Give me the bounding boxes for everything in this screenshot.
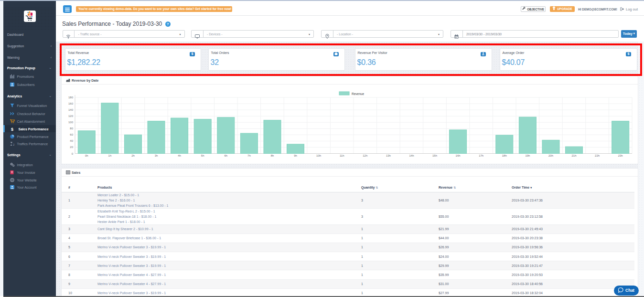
svg-text:16h: 16h xyxy=(456,154,461,157)
svg-text:6h: 6h xyxy=(224,154,227,157)
svg-text:120: 120 xyxy=(68,115,74,117)
svg-text:23h: 23h xyxy=(618,154,623,157)
svg-text:1h: 1h xyxy=(108,154,112,157)
svg-text:19h: 19h xyxy=(525,154,530,157)
svg-text:20h: 20h xyxy=(548,154,553,157)
svg-text:4h: 4h xyxy=(178,154,181,157)
svg-text:11h: 11h xyxy=(340,154,344,157)
svg-text:20: 20 xyxy=(70,146,73,148)
svg-text:160: 160 xyxy=(68,102,74,105)
svg-text:140: 140 xyxy=(68,108,74,111)
svg-text:2: 2 xyxy=(13,143,15,146)
svg-text:8h: 8h xyxy=(271,154,274,157)
svg-text:21h: 21h xyxy=(571,154,576,157)
svg-text:10h: 10h xyxy=(316,154,321,157)
svg-text:5h: 5h xyxy=(201,154,204,157)
svg-text:0h: 0h xyxy=(85,154,88,157)
svg-text:18h: 18h xyxy=(502,154,507,157)
svg-text:15h: 15h xyxy=(432,154,437,157)
svg-text:80: 80 xyxy=(70,127,73,130)
svg-text:Revenue: Revenue xyxy=(352,92,364,95)
svg-text:9h: 9h xyxy=(294,154,297,157)
svg-text:3h: 3h xyxy=(155,154,158,157)
svg-text:12h: 12h xyxy=(363,154,367,157)
svg-text:2h: 2h xyxy=(131,154,135,157)
svg-text:60: 60 xyxy=(70,133,73,136)
svg-text:0: 0 xyxy=(72,152,74,155)
svg-text:17h: 17h xyxy=(479,154,483,157)
svg-text:7h: 7h xyxy=(247,154,251,157)
svg-text:13h: 13h xyxy=(386,154,391,157)
svg-text:14h: 14h xyxy=(409,154,414,157)
svg-text:180: 180 xyxy=(68,96,74,99)
svg-text:$: $ xyxy=(11,127,13,131)
svg-text:40: 40 xyxy=(70,139,73,142)
svg-text:22h: 22h xyxy=(595,154,600,157)
svg-text:100: 100 xyxy=(68,121,74,124)
